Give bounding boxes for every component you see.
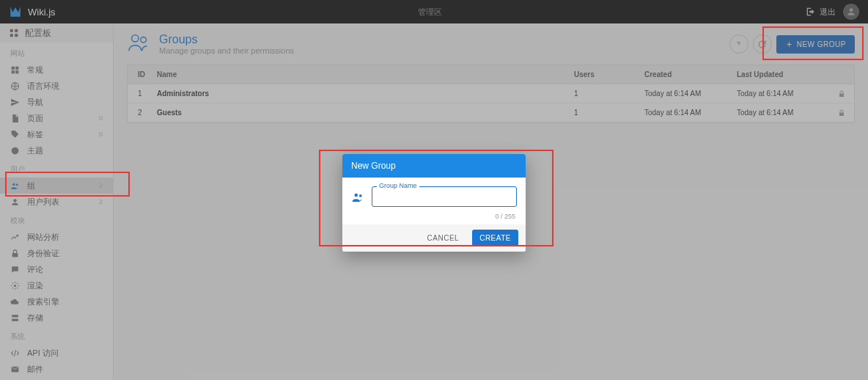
svg-point-23 bbox=[355, 194, 358, 197]
create-button[interactable]: CREATE bbox=[472, 230, 518, 246]
svg-point-24 bbox=[359, 194, 362, 197]
char-counter: 0 / 255 bbox=[342, 211, 526, 224]
field-label: Group Name bbox=[377, 182, 419, 189]
new-group-dialog: New Group Group Name 0 / 255 CANCEL CREA… bbox=[342, 154, 526, 252]
group-name-field: Group Name bbox=[372, 186, 517, 207]
cancel-button[interactable]: CANCEL bbox=[420, 230, 467, 246]
group-name-input[interactable] bbox=[372, 186, 517, 207]
dialog-title: New Group bbox=[342, 154, 526, 178]
people-icon bbox=[351, 191, 364, 204]
